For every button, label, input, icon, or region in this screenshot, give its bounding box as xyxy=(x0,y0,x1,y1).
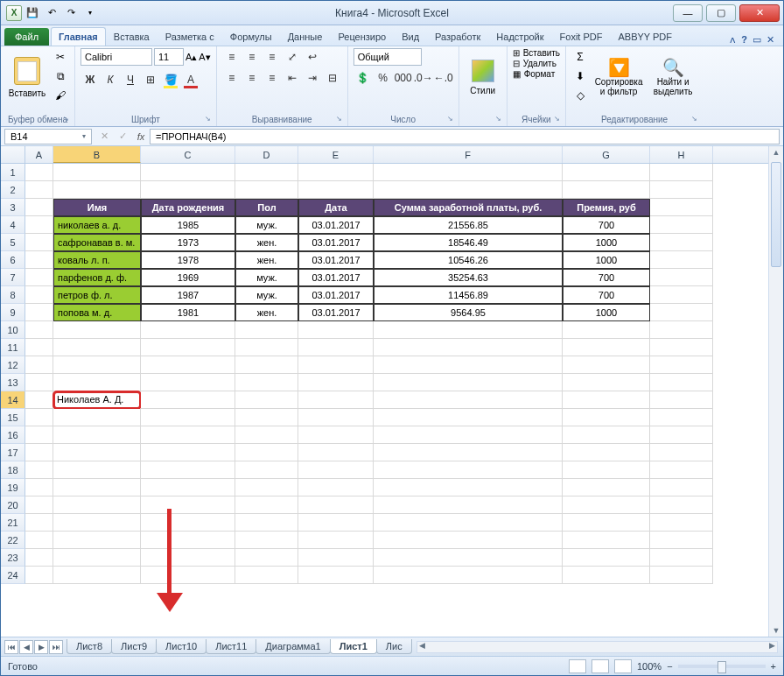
cell[interactable] xyxy=(374,181,563,199)
row-header[interactable]: 16 xyxy=(1,426,25,444)
cell[interactable]: жен. xyxy=(235,251,298,269)
cell[interactable] xyxy=(235,321,298,339)
bold-button[interactable]: Ж xyxy=(80,71,100,88)
cell[interactable] xyxy=(298,391,374,409)
cell[interactable] xyxy=(650,409,713,426)
cell[interactable] xyxy=(141,461,235,479)
cell[interactable] xyxy=(650,234,713,251)
cell[interactable] xyxy=(298,549,374,567)
row-header[interactable]: 5 xyxy=(1,234,25,251)
orientation-icon[interactable]: ⤢ xyxy=(283,48,302,66)
row-header[interactable]: 22 xyxy=(1,532,25,549)
cell[interactable] xyxy=(235,391,298,409)
cell[interactable] xyxy=(53,532,141,549)
sheet-tab[interactable]: Лист11 xyxy=(206,639,256,654)
col-header[interactable]: B xyxy=(53,146,141,163)
cut-icon[interactable]: ✂ xyxy=(52,48,69,66)
col-header[interactable]: D xyxy=(235,146,298,163)
cell[interactable] xyxy=(563,164,650,181)
cell[interactable] xyxy=(25,199,53,216)
qat-dropdown-icon[interactable]: ▾ xyxy=(81,4,99,22)
cell[interactable] xyxy=(563,391,650,409)
cell[interactable] xyxy=(235,479,298,496)
cell[interactable] xyxy=(563,549,650,567)
cell[interactable] xyxy=(141,444,235,461)
grid[interactable]: A B C D E F G H 123ИмяДата рожденияПолДа… xyxy=(1,146,768,637)
close-button[interactable]: ✕ xyxy=(739,4,780,22)
cell[interactable] xyxy=(235,426,298,444)
cell[interactable] xyxy=(563,532,650,549)
cell[interactable]: 1969 xyxy=(141,269,235,286)
cell[interactable] xyxy=(298,339,374,356)
tab-foxit[interactable]: Foxit PDF xyxy=(552,27,611,46)
cell[interactable] xyxy=(25,444,53,461)
cell[interactable] xyxy=(25,286,53,304)
cell[interactable] xyxy=(650,216,713,234)
cell[interactable] xyxy=(25,339,53,356)
cell[interactable] xyxy=(141,409,235,426)
normal-view-icon[interactable] xyxy=(569,659,586,673)
zoom-level[interactable]: 100% xyxy=(637,661,662,672)
row-header[interactable]: 3 xyxy=(1,199,25,216)
cell[interactable]: Сумма заработной платы, руб. xyxy=(374,199,563,216)
font-color-icon[interactable]: A xyxy=(181,71,200,88)
cell[interactable] xyxy=(235,409,298,426)
cell[interactable] xyxy=(563,181,650,199)
row-header[interactable]: 1 xyxy=(1,164,25,181)
cell[interactable] xyxy=(235,356,298,374)
tab-addins[interactable]: Надстройк xyxy=(488,27,551,46)
merge-cells-icon[interactable]: ⊟ xyxy=(323,69,342,87)
cell[interactable]: 11456.89 xyxy=(374,286,563,304)
cell[interactable] xyxy=(563,496,650,514)
redo-icon[interactable]: ↷ xyxy=(62,4,80,22)
cell[interactable] xyxy=(235,339,298,356)
cell[interactable]: парфенов д. ф. xyxy=(53,269,141,286)
cell[interactable]: 1000 xyxy=(563,251,650,269)
row-header[interactable]: 15 xyxy=(1,409,25,426)
cell[interactable] xyxy=(53,479,141,496)
cell[interactable] xyxy=(374,339,563,356)
underline-button[interactable]: Ч xyxy=(121,71,140,88)
cell[interactable] xyxy=(141,164,235,181)
cell[interactable] xyxy=(25,304,53,321)
cell[interactable] xyxy=(25,321,53,339)
cell[interactable] xyxy=(298,164,374,181)
window-restore-icon[interactable]: ▭ xyxy=(752,34,761,46)
cell[interactable] xyxy=(141,181,235,199)
cell[interactable] xyxy=(374,409,563,426)
cell[interactable]: 03.01.2017 xyxy=(298,269,374,286)
cell[interactable]: Премия, руб xyxy=(563,199,650,216)
cell[interactable]: муж. xyxy=(235,269,298,286)
sheet-tab[interactable]: Лис xyxy=(376,639,412,654)
page-layout-view-icon[interactable] xyxy=(592,659,609,673)
cell[interactable]: 03.01.2017 xyxy=(298,304,374,321)
autosum-icon[interactable]: Σ xyxy=(571,48,589,66)
cell[interactable] xyxy=(53,339,141,356)
cell[interactable]: 1978 xyxy=(141,251,235,269)
cell[interactable] xyxy=(650,321,713,339)
cell[interactable] xyxy=(563,374,650,391)
row-header[interactable]: 11 xyxy=(1,339,25,356)
row-header[interactable]: 18 xyxy=(1,461,25,479)
cell[interactable] xyxy=(298,321,374,339)
zoom-out-icon[interactable]: − xyxy=(667,661,672,672)
cell[interactable] xyxy=(25,567,53,584)
cell[interactable] xyxy=(25,234,53,251)
row-header[interactable]: 19 xyxy=(1,479,25,496)
col-header[interactable]: H xyxy=(650,146,713,163)
cell[interactable] xyxy=(25,409,53,426)
cell[interactable] xyxy=(563,514,650,532)
cell[interactable]: 1973 xyxy=(141,234,235,251)
cell[interactable] xyxy=(374,514,563,532)
horizontal-scrollbar[interactable] xyxy=(416,641,778,653)
sheet-tab[interactable]: Лист8 xyxy=(66,639,112,654)
cell[interactable] xyxy=(650,549,713,567)
cell[interactable]: 18546.49 xyxy=(374,234,563,251)
increase-indent-icon[interactable]: ⇥ xyxy=(303,69,322,87)
cell[interactable] xyxy=(374,532,563,549)
cell[interactable] xyxy=(650,164,713,181)
cell[interactable] xyxy=(298,479,374,496)
row-header[interactable]: 6 xyxy=(1,251,25,269)
italic-button[interactable]: К xyxy=(101,71,120,88)
format-painter-icon[interactable]: 🖌 xyxy=(52,87,69,104)
